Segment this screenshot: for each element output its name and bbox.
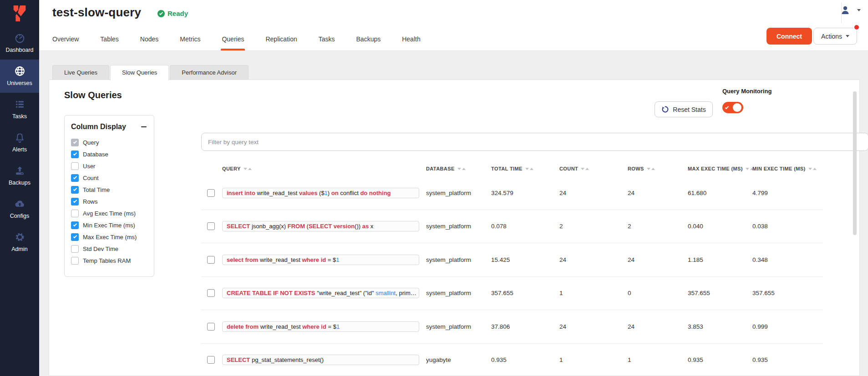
reset-stats-button[interactable]: Reset Stats	[655, 101, 713, 117]
checkbox-checked	[71, 221, 79, 229]
sort-desc-icon	[746, 168, 749, 170]
column-option-label: Temp Tables RAM	[83, 257, 131, 264]
sort-asc-icon	[585, 168, 589, 170]
sql-token: conflict	[339, 190, 360, 196]
sort-asc-icon	[248, 168, 252, 170]
sql-token: SELECT	[309, 223, 332, 230]
row-select-cell	[201, 189, 222, 197]
row-checkbox[interactable]	[207, 289, 215, 297]
row-checkbox[interactable]	[207, 222, 215, 230]
query-text[interactable]: select from write_read_test where id = $…	[222, 255, 419, 265]
sidebar-item-configs[interactable]: Configs	[0, 192, 39, 226]
sql-token: delete from	[227, 323, 259, 330]
sql-token: do nothing	[360, 190, 391, 196]
col-header-max-exec-time-ms[interactable]: MAX EXEC TIME (MS)	[688, 166, 752, 171]
check-icon	[73, 235, 76, 238]
column-option-label: Count	[83, 175, 99, 181]
total-time-cell: 357.655	[491, 290, 559, 296]
row-checkbox[interactable]	[207, 189, 215, 197]
tab-replication[interactable]: Replication	[265, 35, 297, 50]
panel-scrollbar[interactable]	[853, 91, 857, 235]
row-select-cell	[201, 222, 222, 230]
tab-overview[interactable]: Overview	[52, 35, 79, 50]
checkbox-checked	[71, 198, 79, 206]
query-text[interactable]: CREATE TABLE IF NOT EXISTS "write_read_t…	[222, 288, 419, 298]
col-header-min-exec-time-ms[interactable]: MIN EXEC TIME (MS)	[752, 166, 820, 171]
column-option-query[interactable]: Query	[71, 136, 147, 148]
query-cell: SELECT pg_stat_statements_reset()	[222, 355, 426, 365]
col-header-database[interactable]: DATABASE	[426, 166, 491, 171]
column-option-avg-exec-time-ms[interactable]: Avg Exec Time (ms)	[71, 207, 147, 219]
checkbox-unchecked	[71, 257, 79, 265]
tab-queries[interactable]: Queries	[222, 35, 244, 50]
check-icon	[73, 223, 76, 226]
max-exec-time-cell: 1.185	[688, 256, 752, 263]
tab-tables[interactable]: Tables	[100, 35, 118, 50]
tab-nodes[interactable]: Nodes	[140, 35, 158, 50]
col-header-query[interactable]: QUERY	[222, 166, 426, 171]
subtab-live-queries[interactable]: Live Queries	[52, 65, 109, 80]
sql-token: FROM	[288, 223, 305, 230]
sidebar-item-alerts[interactable]: Alerts	[0, 126, 39, 159]
database-cell: system_platform	[426, 190, 491, 196]
sidebar-item-universes[interactable]: Universes	[0, 60, 39, 93]
yugabyte-logo[interactable]	[0, 0, 39, 26]
sidebar-item-tasks[interactable]: Tasks	[0, 93, 39, 126]
col-header-count[interactable]: COUNT	[559, 166, 628, 171]
query-text[interactable]: insert into write_read_test values ($1) …	[222, 188, 419, 198]
col-header-label: MIN EXEC TIME (MS)	[752, 166, 806, 171]
column-option-count[interactable]: Count	[71, 172, 147, 184]
col-header-label: QUERY	[222, 166, 241, 171]
query-filter-input[interactable]	[201, 133, 868, 151]
column-option-min-exec-time-ms[interactable]: Min Exec Time (ms)	[71, 219, 147, 231]
query-text[interactable]: delete from write_read_test where id = $…	[222, 321, 419, 332]
max-exec-time-cell: 61.680	[688, 190, 752, 196]
min-exec-time-cell: 4.799	[752, 190, 820, 196]
column-option-user[interactable]: User	[71, 160, 147, 172]
sidebar-item-admin[interactable]: Admin	[0, 226, 39, 259]
table-row: SELECT pg_stat_statements_reset()yugabyt…	[201, 344, 823, 376]
panel-title: Slow Queries	[64, 90, 122, 100]
tab-metrics[interactable]: Metrics	[180, 35, 200, 50]
checkbox-checked	[71, 139, 79, 146]
col-header-total-time[interactable]: TOTAL TIME	[491, 166, 559, 171]
column-option-temp-tables-ram[interactable]: Temp Tables RAM	[71, 255, 147, 266]
column-option-label: Avg Exec Time (ms)	[83, 210, 136, 217]
column-option-label: Min Exec Time (ms)	[83, 222, 135, 229]
column-option-label: Database	[83, 151, 108, 158]
actions-button[interactable]: Actions	[813, 28, 857, 45]
query-cell: SELECT jsonb_agg(x) FROM (SELECT version…	[222, 221, 426, 231]
sql-token: on	[331, 190, 339, 196]
sql-token: select from	[227, 256, 258, 263]
query-monitoring-toggle[interactable]	[722, 102, 743, 113]
column-option-database[interactable]: Database	[71, 148, 147, 160]
query-text[interactable]: SELECT jsonb_agg(x) FROM (SELECT version…	[222, 221, 419, 231]
connect-button[interactable]: Connect	[766, 28, 812, 45]
column-option-rows[interactable]: Rows	[71, 196, 147, 207]
query-cell: insert into write_read_test values ($1) …	[222, 188, 426, 198]
sql-token: )	[328, 190, 331, 196]
gear-icon	[14, 231, 25, 243]
row-checkbox[interactable]	[207, 356, 215, 364]
subtab-performance-advisor[interactable]: Performance Advisor	[170, 65, 249, 80]
row-checkbox[interactable]	[207, 323, 215, 331]
tab-tasks[interactable]: Tasks	[319, 35, 335, 50]
query-text[interactable]: SELECT pg_stat_statements_reset()	[222, 355, 419, 365]
tab-backups[interactable]: Backups	[356, 35, 381, 50]
tab-health[interactable]: Health	[402, 35, 420, 50]
subtab-slow-queries[interactable]: Slow Queries	[110, 65, 169, 80]
sidebar-item-backups[interactable]: Backups	[0, 159, 39, 192]
column-option-total-time[interactable]: Total Time	[71, 184, 147, 196]
column-option-std-dev-time[interactable]: Std Dev Time	[71, 243, 147, 255]
sort-icons	[647, 168, 655, 170]
collapse-icon[interactable]	[140, 123, 147, 130]
column-option-max-exec-time-ms[interactable]: Max Exec Time (ms)	[71, 231, 147, 243]
globe-icon	[14, 65, 25, 77]
sidebar-item-label: Configs	[10, 213, 29, 219]
row-checkbox[interactable]	[207, 256, 215, 264]
table-row: delete from write_read_test where id = $…	[201, 310, 823, 344]
user-menu[interactable]	[840, 5, 861, 15]
sidebar-item-dashboard[interactable]: Dashboard	[0, 26, 39, 60]
col-header-rows[interactable]: ROWS	[628, 166, 688, 171]
check-icon	[73, 175, 76, 179]
